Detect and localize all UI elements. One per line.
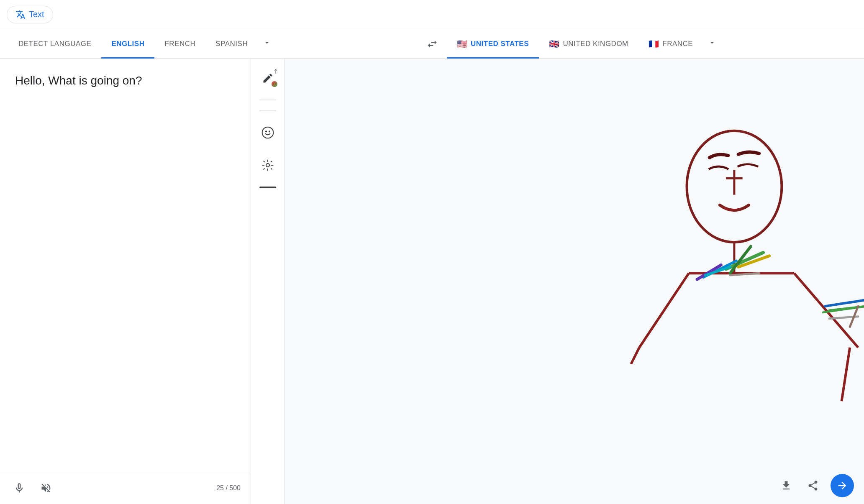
chevron-down-icon [263, 38, 271, 47]
face-icon [261, 126, 274, 139]
microphone-button[interactable] [10, 479, 28, 497]
uk-flag: 🇬🇧 [549, 39, 560, 49]
toolbar-divider-thick [259, 187, 276, 188]
top-bar: Text [0, 0, 864, 29]
fr-flag: 🇫🇷 [649, 39, 659, 49]
svg-line-5 [263, 161, 264, 162]
svg-line-30 [841, 348, 850, 401]
united-states-button[interactable]: 🇺🇸 UNITED STATES [447, 29, 539, 59]
color-selector[interactable] [271, 80, 278, 88]
target-language-section: 🇺🇸 UNITED STATES 🇬🇧 UNITED KINGDOM 🇫🇷 FR… [447, 29, 856, 59]
volume-off-icon [40, 482, 52, 494]
united-kingdom-button[interactable]: 🇬🇧 UNITED KINGDOM [539, 29, 638, 59]
source-lang-dropdown-button[interactable] [258, 29, 276, 59]
swap-icon [426, 38, 438, 50]
svg-point-2 [269, 131, 269, 132]
text-tab-button[interactable]: Text [7, 6, 53, 23]
drawing-canvas [285, 59, 864, 467]
source-footer: 25 / 500 [0, 472, 251, 504]
language-bar: DETECT LANGUAGE ENGLISH FRENCH SPANISH 🇺… [0, 29, 864, 59]
translate-icon [15, 10, 26, 20]
text-tab-label: Text [29, 10, 44, 19]
us-flag: 🇺🇸 [457, 39, 468, 49]
translate-button[interactable] [831, 474, 854, 497]
svg-line-27 [825, 298, 864, 306]
french-source-button[interactable]: FRENCH [154, 29, 205, 59]
svg-line-18 [794, 273, 858, 348]
svg-line-6 [271, 169, 272, 170]
sparkle-button[interactable] [256, 154, 279, 177]
share-button[interactable] [804, 476, 822, 495]
source-language-section: DETECT LANGUAGE ENGLISH FRENCH SPANISH [8, 29, 418, 59]
drawing-area[interactable] [285, 59, 864, 467]
mute-button[interactable] [37, 479, 55, 497]
svg-line-16 [639, 273, 689, 348]
svg-line-9 [263, 169, 264, 170]
download-button[interactable] [777, 476, 795, 495]
mic-icon [13, 482, 25, 494]
character-count: 25 / 500 [216, 484, 241, 492]
target-lang-dropdown-button[interactable] [703, 29, 721, 59]
svg-point-1 [265, 131, 266, 132]
source-text[interactable]: Hello, What is going on? [0, 59, 251, 472]
chevron-down-icon [708, 38, 716, 47]
france-button[interactable]: 🇫🇷 FRANCE [638, 29, 703, 59]
swap-languages-button[interactable] [418, 29, 447, 59]
share-icon [807, 480, 819, 491]
face-button[interactable] [256, 121, 279, 144]
svg-line-10 [271, 161, 272, 162]
middle-toolbar: ↗ [251, 59, 285, 504]
sparkle-icon [261, 159, 274, 172]
pencil-color-group: ↗ [256, 67, 279, 90]
svg-point-0 [262, 127, 273, 138]
download-icon [780, 480, 792, 491]
main-content: Hello, What is going on? 25 / 500 [0, 59, 864, 504]
spanish-source-button[interactable]: SPANISH [205, 29, 258, 59]
arrow-forward-icon [836, 480, 848, 491]
toolbar-divider-2 [259, 110, 276, 111]
toolbar-divider-1 [259, 100, 276, 100]
svg-line-26 [631, 348, 639, 364]
english-source-button[interactable]: ENGLISH [101, 29, 154, 59]
svg-point-11 [266, 164, 269, 167]
target-panel [285, 59, 864, 504]
detect-language-button[interactable]: DETECT LANGUAGE [8, 29, 101, 59]
source-panel: Hello, What is going on? 25 / 500 [0, 59, 251, 504]
target-footer [285, 467, 864, 504]
